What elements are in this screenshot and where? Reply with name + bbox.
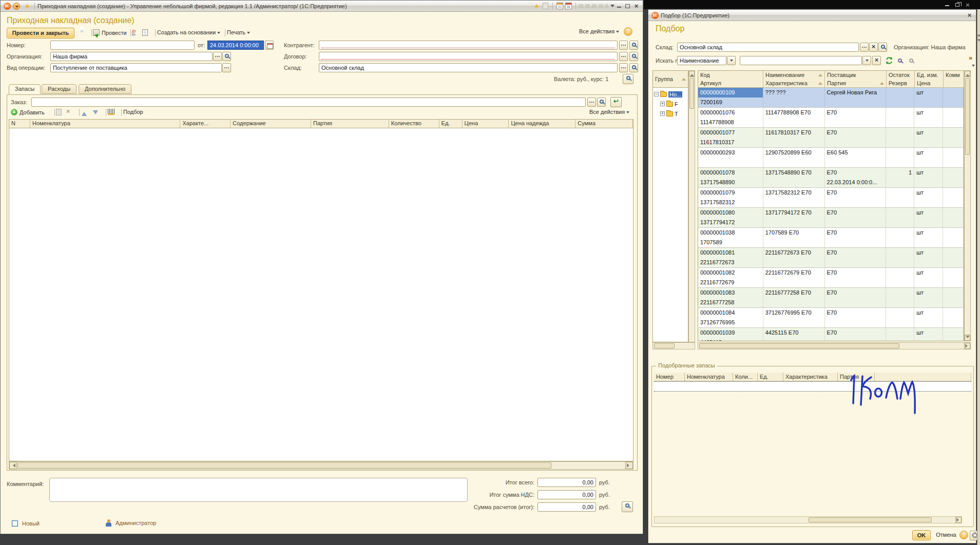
delete-row-icon[interactable] bbox=[66, 107, 70, 115]
organization-open-button[interactable] bbox=[222, 52, 231, 61]
items-table-body[interactable] bbox=[9, 128, 633, 461]
items-column-header[interactable]: Характе... bbox=[180, 120, 230, 128]
items-column-header[interactable]: Цена надежда bbox=[509, 120, 575, 128]
items-column-header[interactable]: Номенклатура bbox=[30, 120, 181, 128]
items-all-actions-button[interactable]: Все действия bbox=[589, 109, 629, 115]
pick-table-row[interactable]: 000000010381707589 E70E70шт1707589 bbox=[698, 228, 964, 248]
pick-warehouse-open-button[interactable] bbox=[878, 43, 887, 52]
order-field[interactable] bbox=[31, 98, 586, 107]
pick-column-header[interactable]: Ед. изм. bbox=[915, 71, 944, 80]
move-down-icon[interactable] bbox=[93, 110, 98, 117]
pick-column-header[interactable]: Партия bbox=[825, 79, 887, 88]
number-field[interactable] bbox=[50, 41, 195, 50]
warehouse-open-button[interactable] bbox=[629, 63, 638, 72]
pick-column-header[interactable]: Комм bbox=[944, 71, 964, 80]
pick-column-header[interactable]: Резерв bbox=[887, 79, 915, 88]
pick-column-header[interactable]: Остаток bbox=[887, 71, 915, 80]
print-button[interactable]: Печать bbox=[227, 29, 250, 35]
pick-table-row[interactable]: 0000000107611147788908 E70E70шт111477889… bbox=[698, 108, 964, 128]
total-value-field[interactable]: 0,00 bbox=[537, 478, 596, 487]
pick-table-row[interactable]: 0000000107913717582312 E70E70шт137175823… bbox=[698, 188, 964, 208]
picked-column-header[interactable]: Ед. bbox=[758, 373, 783, 381]
post-and-close-button[interactable]: Провести и закрыть bbox=[7, 28, 74, 38]
refresh-icon[interactable] bbox=[885, 56, 894, 65]
all-actions-button[interactable]: Все действия bbox=[579, 28, 619, 34]
total-value-field[interactable]: 0,00 bbox=[537, 490, 596, 499]
window-maximize-button[interactable] bbox=[623, 2, 632, 10]
items-column-header[interactable]: Количество bbox=[389, 120, 439, 128]
tree-vscrollbar[interactable] bbox=[688, 70, 695, 342]
tab-rashody[interactable]: Расходы bbox=[42, 84, 76, 94]
tree-item[interactable]: −Но... bbox=[654, 90, 682, 99]
tree-item[interactable]: +F bbox=[660, 100, 678, 108]
calculator-icon[interactable] bbox=[555, 2, 564, 10]
tree-item[interactable]: +Т bbox=[660, 109, 678, 118]
tree-hscrollbar[interactable] bbox=[652, 342, 695, 349]
invoice-window-titlebar[interactable]: Приходная накладная (создание) - Управле… bbox=[1, 1, 643, 12]
dtkt-icon[interactable]: ДтКт bbox=[132, 29, 136, 36]
collapse-icon[interactable]: − bbox=[654, 92, 659, 96]
expand-icon[interactable]: + bbox=[660, 111, 665, 116]
tree-header[interactable]: Группа bbox=[652, 70, 688, 88]
search-dropdown-button[interactable] bbox=[862, 56, 871, 65]
currency-open-button[interactable] bbox=[623, 74, 633, 84]
calendar-icon[interactable] bbox=[564, 2, 573, 10]
warehouse-field[interactable]: Основной склад bbox=[319, 63, 618, 72]
search-input[interactable] bbox=[740, 56, 862, 65]
contragent-open-button[interactable] bbox=[629, 41, 638, 50]
items-column-header[interactable]: Партия bbox=[311, 120, 389, 128]
pick-column-header[interactable]: Поставщик bbox=[825, 71, 887, 80]
contragent-field[interactable] bbox=[319, 41, 618, 50]
pick-window-titlebar[interactable]: Подбор (1С:Предприятие) bbox=[648, 10, 976, 21]
cancel-button[interactable]: Отмена bbox=[934, 532, 958, 538]
pick-column-header[interactable]: Характеристика bbox=[763, 79, 825, 88]
rdp-restore-button[interactable] bbox=[953, 1, 962, 8]
pick-column-header[interactable]: Артикул bbox=[698, 79, 763, 88]
pick-window-close-button[interactable] bbox=[965, 11, 974, 19]
pick-help-button[interactable]: ? bbox=[959, 531, 968, 539]
operation-type-field[interactable]: Поступление от поставщика bbox=[50, 63, 222, 72]
contract-field[interactable] bbox=[319, 52, 618, 61]
pick-warehouse-field[interactable]: Основной склад bbox=[677, 43, 859, 52]
pick-table-row[interactable]: 000000010394425115 E70E70шт4425115 bbox=[698, 328, 964, 341]
picked-column-header[interactable]: Коли... bbox=[733, 373, 758, 381]
items-column-header[interactable]: Сумма bbox=[575, 120, 633, 128]
items-column-header[interactable]: N bbox=[9, 120, 30, 128]
contragent-select-button[interactable] bbox=[619, 41, 628, 50]
items-hscrollbar[interactable] bbox=[9, 461, 633, 470]
picked-hscrollbar[interactable] bbox=[654, 516, 962, 523]
titlebar-dropdown-icon[interactable] bbox=[610, 5, 614, 9]
organization-select-button[interactable] bbox=[213, 52, 222, 61]
pick-table-row[interactable]: 00000000109??? ???Сергей Новая Ригашт720… bbox=[698, 88, 964, 108]
comment-field[interactable] bbox=[49, 478, 468, 502]
pick-hscrollbar[interactable] bbox=[698, 342, 971, 349]
operation-type-select-button[interactable] bbox=[222, 63, 231, 72]
pick-column-header[interactable]: Наименование bbox=[763, 71, 825, 80]
add-favorite-icon[interactable] bbox=[532, 2, 541, 10]
contract-open-button[interactable] bbox=[629, 52, 638, 61]
picked-column-header[interactable]: Характеристика bbox=[783, 373, 838, 381]
items-column-header[interactable]: Ед. bbox=[439, 120, 463, 128]
barcode-icon[interactable] bbox=[108, 109, 114, 115]
pick-button[interactable]: Подбор bbox=[123, 109, 143, 115]
pick-table-row[interactable]: 0000000107711617810317 E70E70шт116178103… bbox=[698, 128, 964, 148]
date-field[interactable]: 24.03.2014 0:00:00 bbox=[207, 41, 264, 50]
order-open-button[interactable] bbox=[597, 98, 606, 107]
picked-column-header[interactable]: Номенклатура bbox=[685, 373, 733, 381]
window-minimize-button[interactable] bbox=[614, 2, 623, 10]
settlements-open-button[interactable] bbox=[622, 501, 633, 512]
window-close-button[interactable] bbox=[632, 2, 641, 10]
rdp-minimize-button[interactable] bbox=[943, 1, 951, 8]
fill-by-order-button[interactable] bbox=[610, 97, 622, 107]
pick-table-row[interactable]: 0000000107813717548890 E70E701шт13717548… bbox=[698, 168, 964, 188]
items-column-header[interactable]: Содержание bbox=[230, 120, 311, 128]
copy-row-icon[interactable] bbox=[56, 109, 62, 115]
more-dropdown-icon[interactable] bbox=[972, 65, 975, 68]
register-records-icon[interactable] bbox=[142, 29, 148, 36]
tab-zapasy[interactable]: Запасы bbox=[9, 84, 41, 95]
ok-button[interactable]: OK bbox=[912, 530, 931, 540]
contract-select-button[interactable] bbox=[619, 52, 628, 61]
pick-column-header[interactable]: Код bbox=[698, 71, 763, 80]
main-menu-button[interactable] bbox=[13, 3, 20, 10]
create-on-base-button[interactable]: Создать на основании bbox=[157, 29, 220, 35]
